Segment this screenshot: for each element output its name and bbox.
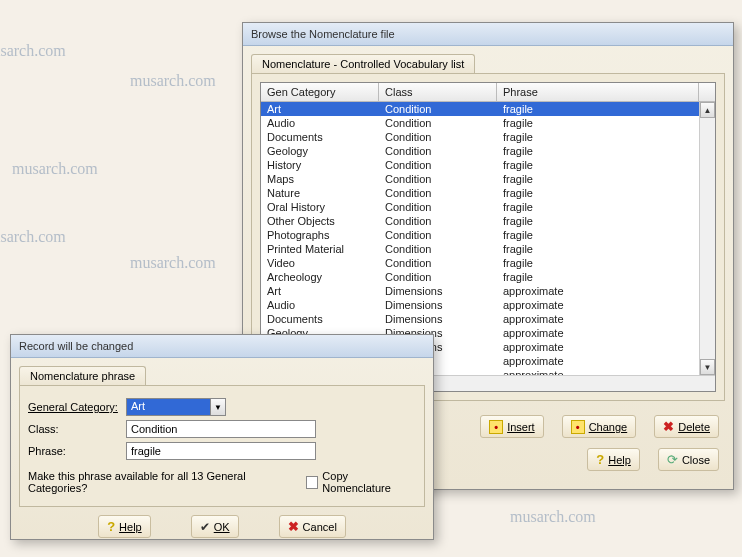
cell-phrase: approximate	[497, 326, 699, 340]
cell-gen-category: Geology	[261, 144, 379, 158]
cell-phrase: fragile	[497, 116, 699, 130]
cell-class: Condition	[379, 256, 497, 270]
cell-gen-category: Documents	[261, 312, 379, 326]
table-row[interactable]: Printed MaterialConditionfragile	[261, 242, 699, 256]
copy-nomenclature-label: Copy Nomenclature	[322, 470, 416, 494]
cell-phrase: fragile	[497, 214, 699, 228]
table-row[interactable]: VideoConditionfragile	[261, 256, 699, 270]
ok-button[interactable]: ✔ OK	[191, 515, 239, 538]
table-row[interactable]: AudioConditionfragile	[261, 116, 699, 130]
change-icon: •	[571, 420, 585, 434]
cell-class: Condition	[379, 200, 497, 214]
cell-class: Dimensions	[379, 312, 497, 326]
cell-class: Dimensions	[379, 284, 497, 298]
cell-class: Condition	[379, 102, 497, 116]
cell-phrase: approximate	[497, 284, 699, 298]
table-row[interactable]: ArtDimensionsapproximate	[261, 284, 699, 298]
watermark-text: musarch.com	[510, 508, 596, 526]
record-change-dialog: Record will be changed Nomenclature phra…	[10, 334, 434, 540]
cell-gen-category: Video	[261, 256, 379, 270]
phrase-field[interactable]	[126, 442, 316, 460]
help-icon: ?	[107, 519, 115, 534]
cell-gen-category: Archeology	[261, 270, 379, 284]
general-category-combobox[interactable]: Art ▼	[126, 398, 226, 416]
label-phrase: Phrase:	[28, 445, 126, 457]
cell-phrase: fragile	[497, 256, 699, 270]
column-header-class[interactable]: Class	[379, 83, 497, 101]
check-icon: ✔	[200, 520, 210, 534]
cell-gen-category: Printed Material	[261, 242, 379, 256]
table-row[interactable]: DocumentsConditionfragile	[261, 130, 699, 144]
tab-controlled-vocab[interactable]: Nomenclature - Controlled Vocabulary lis…	[251, 54, 475, 73]
delete-button[interactable]: ✖ Delete	[654, 415, 719, 438]
cell-class: Condition	[379, 130, 497, 144]
cell-gen-category: Maps	[261, 172, 379, 186]
table-row[interactable]: Oral HistoryConditionfragile	[261, 200, 699, 214]
watermark-text: musarch.com	[0, 228, 66, 246]
table-row[interactable]: PhotographsConditionfragile	[261, 228, 699, 242]
cell-class: Condition	[379, 158, 497, 172]
cell-phrase: approximate	[497, 312, 699, 326]
insert-button[interactable]: • Insert	[480, 415, 544, 438]
cancel-button[interactable]: ✖ Cancel	[279, 515, 346, 538]
cell-class: Condition	[379, 228, 497, 242]
watermark-text: musarch.com	[0, 42, 66, 60]
chevron-down-icon[interactable]: ▼	[210, 398, 226, 416]
help-button[interactable]: ? Help	[587, 448, 640, 471]
class-field[interactable]	[126, 420, 316, 438]
cell-class: Condition	[379, 214, 497, 228]
cell-gen-category: History	[261, 158, 379, 172]
label-general-category: General Category:	[28, 401, 126, 413]
cell-class: Condition	[379, 242, 497, 256]
cell-phrase: fragile	[497, 200, 699, 214]
vertical-scrollbar[interactable]: ▲ ▼	[699, 102, 715, 375]
copy-question-text: Make this phrase available for all 13 Ge…	[28, 470, 298, 494]
table-row[interactable]: AudioDimensionsapproximate	[261, 298, 699, 312]
cell-phrase: fragile	[497, 270, 699, 284]
cell-phrase: approximate	[497, 340, 699, 354]
scroll-up-icon[interactable]: ▲	[700, 102, 715, 118]
dialog-help-button[interactable]: ? Help	[98, 515, 151, 538]
cell-phrase: fragile	[497, 242, 699, 256]
table-row[interactable]: MapsConditionfragile	[261, 172, 699, 186]
delete-icon: ✖	[663, 419, 674, 434]
copy-nomenclature-checkbox[interactable]	[306, 476, 319, 489]
cell-class: Condition	[379, 270, 497, 284]
scroll-down-icon[interactable]: ▼	[700, 359, 715, 375]
close-icon: ⟳	[667, 452, 678, 467]
label-class: Class:	[28, 423, 126, 435]
cell-phrase: fragile	[497, 102, 699, 116]
cancel-icon: ✖	[288, 519, 299, 534]
cell-phrase: fragile	[497, 172, 699, 186]
help-icon: ?	[596, 452, 604, 467]
cell-class: Condition	[379, 172, 497, 186]
table-row[interactable]: NatureConditionfragile	[261, 186, 699, 200]
table-row[interactable]: HistoryConditionfragile	[261, 158, 699, 172]
column-header-gen-category[interactable]: Gen Category	[261, 83, 379, 101]
table-row[interactable]: ArtConditionfragile	[261, 102, 699, 116]
table-row[interactable]: Other ObjectsConditionfragile	[261, 214, 699, 228]
cell-gen-category: Nature	[261, 186, 379, 200]
column-header-phrase[interactable]: Phrase	[497, 83, 699, 101]
table-row[interactable]: DocumentsDimensionsapproximate	[261, 312, 699, 326]
window-title: Browse the Nomenclature file	[243, 23, 733, 46]
change-button[interactable]: • Change	[562, 415, 637, 438]
watermark-text: musarch.com	[130, 254, 216, 272]
cell-class: Condition	[379, 116, 497, 130]
cell-phrase: approximate	[497, 354, 699, 368]
cell-gen-category: Photographs	[261, 228, 379, 242]
watermark-text: musarch.com	[12, 160, 98, 178]
watermark-text: musarch.com	[130, 72, 216, 90]
tab-nomenclature-phrase[interactable]: Nomenclature phrase	[19, 366, 146, 385]
dialog-title: Record will be changed	[11, 335, 433, 358]
table-row[interactable]: GeologyConditionfragile	[261, 144, 699, 158]
cell-gen-category: Audio	[261, 116, 379, 130]
table-row[interactable]: ArcheologyConditionfragile	[261, 270, 699, 284]
cell-gen-category: Other Objects	[261, 214, 379, 228]
cell-phrase: approximate	[497, 298, 699, 312]
cell-phrase: fragile	[497, 228, 699, 242]
cell-gen-category: Oral History	[261, 200, 379, 214]
close-button[interactable]: ⟳ Close	[658, 448, 719, 471]
insert-icon: •	[489, 420, 503, 434]
cell-gen-category: Art	[261, 284, 379, 298]
